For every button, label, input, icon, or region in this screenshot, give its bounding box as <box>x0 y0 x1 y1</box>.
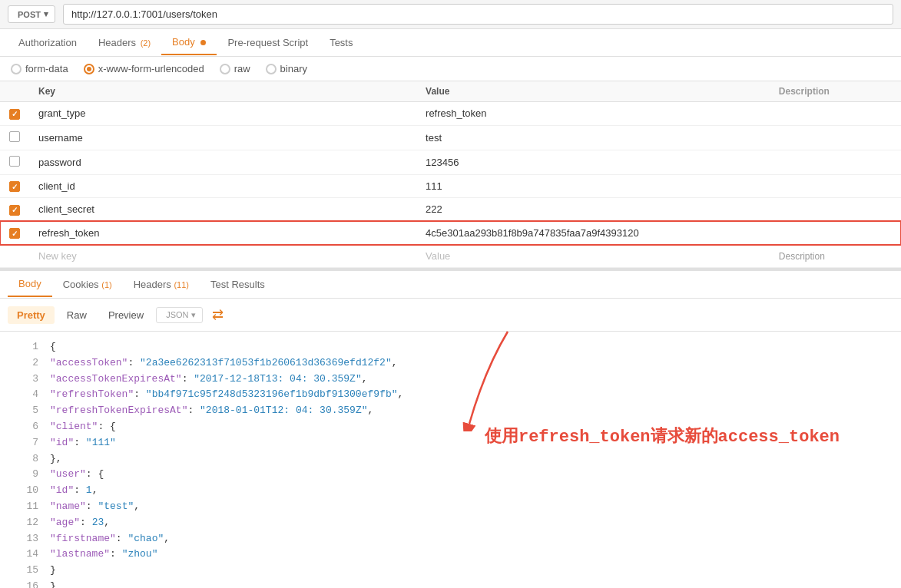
code-line: 2 "accessToken": "2a3ee6262313f71053f1b2… <box>0 355 901 372</box>
row-checkbox[interactable] <box>9 181 20 192</box>
resp-tab-cookies[interactable]: Cookies (1) <box>52 273 123 296</box>
row-key: client_secret <box>29 198 416 222</box>
wrap-icon[interactable]: ⇄ <box>206 303 230 326</box>
row-key: password <box>29 150 416 174</box>
format-arrow: ▾ <box>191 310 196 320</box>
code-view: 1{2 "accessToken": "2a3ee6262313f71053f1… <box>0 332 901 588</box>
new-value-label[interactable]: Value <box>416 245 770 268</box>
col-key-header: Key <box>29 81 416 102</box>
row-checkbox[interactable] <box>9 109 20 120</box>
col-desc-header: Description <box>770 81 901 102</box>
code-line: 9 "user": { <box>0 467 901 483</box>
new-key-label[interactable]: New key <box>29 245 416 268</box>
code-line: 8 }, <box>0 451 901 467</box>
code-line: 12 "age": 23, <box>0 515 901 531</box>
table-row: refresh_token4c5e301aa293b81f8b9a747835f… <box>0 221 901 245</box>
preview-btn[interactable]: Preview <box>99 306 153 324</box>
row-value: 222 <box>416 198 770 222</box>
row-checkbox[interactable] <box>9 228 20 239</box>
raw-btn[interactable]: Raw <box>58 306 96 324</box>
method-arrow: ▾ <box>44 9 48 19</box>
body-dot <box>200 40 206 45</box>
col-value-header: Value <box>416 81 770 102</box>
code-line: 4 "refreshToken": "bb4f971c95f248d532319… <box>0 387 901 403</box>
code-line: 14 "lastname": "zhou" <box>0 547 901 563</box>
table-row: password123456 <box>0 150 901 174</box>
radio-binary[interactable]: binary <box>266 63 307 74</box>
row-value: 4c5e301aa293b81f8b9a747835faa7a9f4393120 <box>416 221 770 245</box>
new-desc-label: Description <box>770 245 901 268</box>
row-key: client_id <box>29 174 416 198</box>
row-description <box>770 125 901 150</box>
code-line: 6 "client": { <box>0 419 901 435</box>
row-key: username <box>29 125 416 150</box>
tab-authorization[interactable]: Authorization <box>8 31 88 55</box>
row-checkbox[interactable] <box>9 131 20 142</box>
row-checkbox[interactable] <box>9 156 20 167</box>
code-line: 5 "refreshTokenExpiresAt": "2018-01-01T1… <box>0 403 901 419</box>
row-description <box>770 102 901 126</box>
new-key-row: New key Value Description <box>0 245 901 268</box>
code-line: 3 "accessTokenExpiresAt": "2017-12-18T13… <box>0 372 901 388</box>
code-line: 13 "firstname": "chao", <box>0 531 901 547</box>
method-label: POST <box>18 10 41 19</box>
tab-headers[interactable]: Headers (2) <box>88 31 161 55</box>
row-value: test <box>416 125 770 150</box>
table-row: grant_typerefresh_token <box>0 102 901 126</box>
row-value: refresh_token <box>416 102 770 126</box>
resp-tab-test-results[interactable]: Test Results <box>200 273 276 296</box>
table-row: client_secret222 <box>0 198 901 222</box>
radio-form-data-circle <box>11 64 22 74</box>
col-checkbox <box>0 81 29 102</box>
table-row: usernametest <box>0 125 901 150</box>
row-description <box>770 221 901 245</box>
code-line: 15 } <box>0 563 901 579</box>
code-line: 10 "id": 1, <box>0 483 901 499</box>
method-select[interactable]: POST ▾ <box>8 5 55 23</box>
row-value: 111 <box>416 174 770 198</box>
tab-pre-request[interactable]: Pre-request Script <box>217 31 319 55</box>
radio-form-data[interactable]: form-data <box>11 63 68 74</box>
code-line: 1{ <box>0 339 901 355</box>
request-tabs-row: Authorization Headers (2) Body Pre-reque… <box>0 29 901 57</box>
radio-binary-circle <box>266 64 277 74</box>
code-line: 16} <box>0 579 901 588</box>
row-key: refresh_token <box>29 221 416 245</box>
resp-tab-body[interactable]: Body <box>8 272 52 297</box>
radio-x-www[interactable]: x-www-form-urlencoded <box>84 63 204 74</box>
table-row: client_id111 <box>0 174 901 198</box>
tab-tests[interactable]: Tests <box>319 31 363 55</box>
code-line: 7 "id": "111" <box>0 435 901 451</box>
format-label: JSON <box>166 310 188 319</box>
row-description <box>770 150 901 174</box>
kv-table: Key Value Description grant_typerefresh_… <box>0 81 901 268</box>
row-description <box>770 174 901 198</box>
radio-x-www-circle <box>84 64 94 74</box>
resp-tab-headers[interactable]: Headers (11) <box>123 273 200 296</box>
row-checkbox[interactable] <box>9 205 20 216</box>
radio-raw[interactable]: raw <box>220 63 250 74</box>
response-tabs-row: Body Cookies (1) Headers (11) Test Resul… <box>0 271 901 299</box>
row-value: 123456 <box>416 150 770 174</box>
body-type-row: form-data x-www-form-urlencoded raw bina… <box>0 57 901 81</box>
radio-raw-circle <box>220 64 230 74</box>
top-bar: POST ▾ <box>0 0 901 29</box>
response-section: Body Cookies (1) Headers (11) Test Resul… <box>0 268 901 588</box>
tab-body[interactable]: Body <box>161 30 217 55</box>
pretty-btn[interactable]: Pretty <box>8 306 55 324</box>
response-toolbar: Pretty Raw Preview JSON ▾ ⇄ <box>0 299 901 332</box>
format-select[interactable]: JSON ▾ <box>156 307 203 323</box>
row-key: grant_type <box>29 102 416 126</box>
url-input[interactable] <box>63 4 893 25</box>
code-line: 11 "name": "test", <box>0 499 901 515</box>
row-description <box>770 198 901 222</box>
